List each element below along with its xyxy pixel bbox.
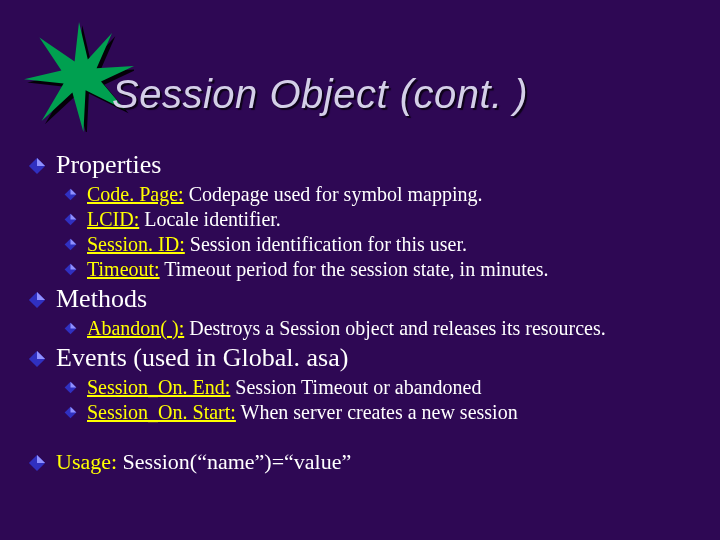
svg-marker-21	[37, 455, 45, 463]
desc: Session identification for this user.	[185, 233, 467, 255]
list-item: Session_On. Start: When server creates a…	[64, 400, 696, 425]
diamond-bullet-icon	[28, 454, 46, 472]
slide-body: Properties Code. Page: Codepage used for…	[28, 148, 696, 479]
list-item: LCID: Locale identifier.	[64, 207, 696, 232]
svg-marker-1	[37, 158, 45, 166]
item-text: Session_On. Start: When server creates a…	[87, 400, 518, 425]
item-text: Session_On. End: Session Timeout or aban…	[87, 375, 481, 400]
desc: Timeout period for the session state, in…	[160, 258, 549, 280]
diamond-bullet-icon	[28, 157, 46, 175]
item-text: Code. Page: Codepage used for symbol map…	[87, 182, 483, 207]
section-heading: Properties	[28, 150, 696, 180]
svg-marker-5	[71, 214, 77, 220]
usage-label: Usage:	[56, 449, 117, 474]
diamond-bullet-icon	[64, 381, 77, 394]
svg-marker-15	[37, 351, 45, 359]
section-heading: Methods	[28, 284, 696, 314]
svg-marker-11	[37, 292, 45, 300]
term: Code. Page:	[87, 183, 184, 205]
desc: When server creates a new session	[236, 401, 518, 423]
list-item: Code. Page: Codepage used for symbol map…	[64, 182, 696, 207]
diamond-bullet-icon	[28, 291, 46, 309]
term: Session_On. End:	[87, 376, 230, 398]
section-heading-text: Methods	[56, 284, 147, 314]
svg-marker-19	[71, 407, 77, 413]
usage-code: Session(“name”)=“value”	[117, 449, 351, 474]
svg-marker-3	[71, 189, 77, 195]
desc: Locale identifier.	[139, 208, 281, 230]
desc: Session Timeout or abandoned	[230, 376, 481, 398]
section-heading: Events (used in Global. asa)	[28, 343, 696, 373]
term: Timeout:	[87, 258, 160, 280]
svg-marker-7	[71, 239, 77, 245]
slide-title: Session Object (cont. )	[112, 72, 528, 117]
usage-text: Usage: Session(“name”)=“value”	[56, 447, 351, 477]
term: Session. ID:	[87, 233, 185, 255]
diamond-bullet-icon	[64, 263, 77, 276]
diamond-bullet-icon	[64, 213, 77, 226]
term: Abandon( ):	[87, 317, 184, 339]
desc: Destroys a Session object and releases i…	[184, 317, 606, 339]
diamond-bullet-icon	[28, 350, 46, 368]
svg-marker-13	[71, 323, 77, 329]
diamond-bullet-icon	[64, 238, 77, 251]
list-item: Session. ID: Session identification for …	[64, 232, 696, 257]
desc: Codepage used for symbol mapping.	[184, 183, 483, 205]
item-text: Abandon( ): Destroys a Session object an…	[87, 316, 606, 341]
section-heading-text: Properties	[56, 150, 161, 180]
term: LCID:	[87, 208, 139, 230]
term: Session_On. Start:	[87, 401, 236, 423]
svg-marker-9	[71, 264, 77, 270]
item-text: Timeout: Timeout period for the session …	[87, 257, 549, 282]
list-item: Session_On. End: Session Timeout or aban…	[64, 375, 696, 400]
diamond-bullet-icon	[64, 322, 77, 335]
usage-line: Usage: Session(“name”)=“value”	[28, 447, 696, 477]
item-text: LCID: Locale identifier.	[87, 207, 281, 232]
list-item: Timeout: Timeout period for the session …	[64, 257, 696, 282]
item-text: Session. ID: Session identification for …	[87, 232, 467, 257]
diamond-bullet-icon	[64, 406, 77, 419]
svg-marker-17	[71, 382, 77, 388]
section-heading-text: Events (used in Global. asa)	[56, 343, 348, 373]
slide: Session Object (cont. ) Properties Code.…	[0, 0, 720, 540]
diamond-bullet-icon	[64, 188, 77, 201]
list-item: Abandon( ): Destroys a Session object an…	[64, 316, 696, 341]
